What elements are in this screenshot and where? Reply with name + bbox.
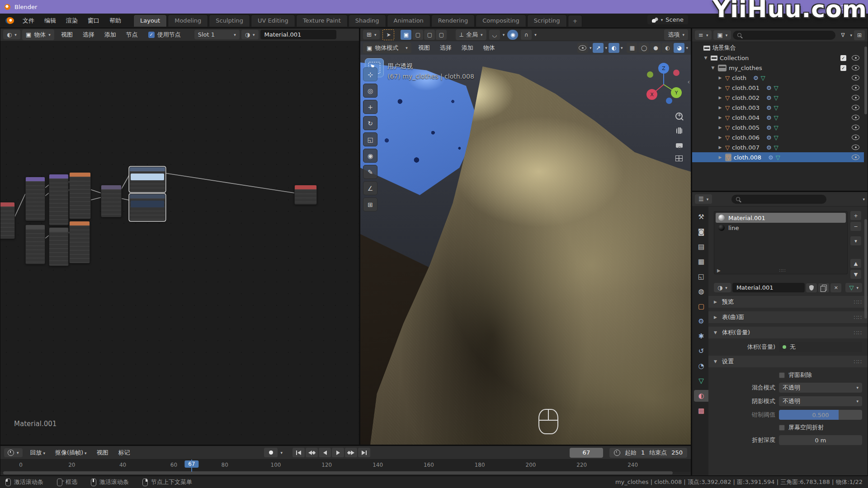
current-frame-field[interactable]: 67: [570, 448, 603, 458]
eye-icon[interactable]: [852, 65, 859, 70]
wireframe-shading-icon[interactable]: ◯: [638, 43, 649, 53]
jump-to-end-button[interactable]: [358, 448, 370, 457]
filter-chevron[interactable]: ▾: [850, 33, 852, 38]
material-name-field[interactable]: Material.001: [732, 283, 805, 292]
region-collapse-chevron[interactable]: ‹: [687, 78, 690, 85]
rendered-shading-icon[interactable]: ◕: [674, 43, 684, 53]
shader-node[interactable]: [69, 172, 91, 219]
outliner-row-cloth.007[interactable]: ▶▽cloth.007⚙▽: [692, 142, 864, 152]
start-value[interactable]: 1: [641, 449, 645, 456]
move-tool[interactable]: +: [363, 100, 377, 114]
auto-keying-record-button[interactable]: [264, 448, 278, 457]
material-slot-material.001[interactable]: Material.001: [716, 213, 846, 223]
workspace-tab-texture-paint[interactable]: Texture Paint: [296, 14, 348, 27]
material-preview-shading-icon[interactable]: ◐: [662, 43, 673, 53]
grid-ortho-icon[interactable]: [675, 155, 683, 161]
eye-icon[interactable]: [852, 115, 859, 120]
select-box-icon[interactable]: ▣: [401, 30, 411, 40]
scene-selector[interactable]: ▾ Scene: [647, 15, 688, 24]
properties-options-chevron[interactable]: ▾: [863, 197, 865, 202]
expander-icon[interactable]: ▶: [717, 155, 723, 160]
tweak-select-tool[interactable]: ⊹: [363, 67, 377, 81]
material-slot-line[interactable]: line: [716, 223, 846, 233]
cursor-tool[interactable]: ◎: [363, 84, 377, 98]
properties-tab-texture[interactable]: ▩: [694, 405, 708, 417]
transform-tool[interactable]: ◉: [363, 149, 377, 163]
camera-view-icon[interactable]: [676, 143, 683, 148]
blender-logo-icon[interactable]: [5, 17, 14, 24]
shader-menu-item[interactable]: 节点: [121, 29, 143, 40]
current-frame-playhead[interactable]: 67: [184, 460, 198, 468]
screen-space-refraction-checkbox[interactable]: [779, 425, 785, 431]
expander-icon[interactable]: ▼: [703, 56, 708, 60]
menu-item[interactable]: 窗口: [83, 15, 104, 26]
editor-type-button[interactable]: ▾: [4, 448, 23, 457]
slot-expand-icon[interactable]: ▶: [717, 268, 721, 273]
menu-item[interactable]: 渲染: [61, 15, 83, 26]
scale-tool[interactable]: ◱: [363, 132, 377, 146]
shader-menu-item[interactable]: 添加: [99, 29, 121, 40]
properties-tab-world[interactable]: ◍: [694, 286, 708, 297]
properties-tab-physics[interactable]: ↺: [694, 345, 708, 357]
solid-shading-icon[interactable]: ●: [650, 43, 661, 53]
eye-icon[interactable]: [852, 95, 859, 100]
eye-icon[interactable]: [852, 155, 859, 160]
annotate-tool[interactable]: ✎: [363, 165, 377, 179]
shader-node[interactable]: [129, 167, 165, 192]
outliner-row-collection[interactable]: ▼Collection✓: [692, 53, 864, 63]
properties-tab-view-layer[interactable]: ▦: [694, 256, 708, 267]
backface-culling-checkbox[interactable]: [779, 372, 785, 378]
shader-node[interactable]: [49, 174, 69, 225]
viewport-canvas[interactable]: [360, 55, 691, 445]
editor-type-button[interactable]: ☰▾: [695, 194, 712, 204]
select-extend-icon[interactable]: ▢: [412, 30, 423, 40]
eye-icon[interactable]: [852, 145, 859, 150]
editor-type-button[interactable]: ◐▾: [3, 30, 20, 39]
outliner-row-scene-collection[interactable]: 场景集合: [692, 43, 864, 53]
panel-settings[interactable]: ▼设置∷∷: [708, 356, 868, 367]
timeline-menu-item[interactable]: 回放 ▾: [25, 447, 50, 458]
workspace-tab-shading[interactable]: Shading: [349, 14, 386, 27]
expander-icon[interactable]: ▶: [717, 85, 723, 90]
outliner-row-my_clothes[interactable]: ▼my_clothes✓: [692, 63, 864, 73]
remove-slot-button[interactable]: −: [850, 222, 861, 231]
shader-node[interactable]: [25, 177, 45, 221]
workspace-tab-sculpting[interactable]: Sculpting: [209, 14, 250, 27]
timeline-menu-item[interactable]: 视图: [91, 447, 113, 458]
expander-icon[interactable]: ▶: [717, 125, 723, 130]
properties-tab-object[interactable]: ▢: [694, 300, 708, 312]
workspace-tab-uv-editing[interactable]: UV Editing: [251, 14, 295, 27]
outliner-scrollbar[interactable]: [864, 47, 867, 114]
viewport-menu-item[interactable]: 物体: [478, 42, 500, 53]
timeline-ruler[interactable]: 02040608010012014016018020022024067: [0, 460, 691, 472]
outliner-row-cloth.003[interactable]: ▶▽cloth.003⚙▽: [692, 103, 864, 113]
proportional-falloff-icon[interactable]: ∩: [521, 30, 532, 40]
workspace-tab-compositing[interactable]: Compositing: [476, 14, 526, 27]
outliner-row-cloth.008[interactable]: ▶▽cloth.008⚙▽: [692, 152, 864, 162]
proportional-edit-icon[interactable]: ◉: [507, 30, 518, 40]
volume-value-field[interactable]: 无: [779, 342, 862, 352]
shading-options-chevron[interactable]: ▾: [686, 46, 688, 50]
transform-orientation-dropdown[interactable]: ⟂全局▾: [456, 29, 486, 40]
expander-icon[interactable]: ▶: [717, 115, 723, 120]
material-browse-button[interactable]: ◑▾: [241, 30, 259, 39]
timeline-menu-item[interactable]: 标记: [113, 447, 135, 458]
play-forward-button[interactable]: [332, 448, 344, 457]
outliner-row-cloth.001[interactable]: ▶▽cloth.001⚙▽: [692, 83, 864, 93]
eye-icon[interactable]: [852, 105, 859, 110]
eye-icon[interactable]: [852, 135, 859, 140]
outliner-row-cloth.005[interactable]: ▶▽cloth.005⚙▽: [692, 122, 864, 132]
properties-tab-modifiers[interactable]: ⚙: [694, 315, 708, 327]
outliner-search-input[interactable]: [733, 31, 835, 40]
snap-magnet-icon[interactable]: ◡: [489, 30, 500, 40]
mode-dropdown[interactable]: ▣物体模式▾: [363, 42, 411, 53]
measure-tool[interactable]: ∠: [363, 181, 377, 195]
expander-icon[interactable]: ▶: [717, 105, 723, 110]
eye-icon[interactable]: [852, 75, 859, 80]
outliner-row-cloth.006[interactable]: ▶▽cloth.006⚙▽: [692, 132, 864, 142]
properties-tab-constraints[interactable]: ◔: [694, 360, 708, 372]
shader-node[interactable]: [25, 225, 45, 264]
menu-item[interactable]: 编辑: [39, 15, 61, 26]
expander-icon[interactable]: ▶: [717, 145, 723, 150]
display-mode-dropdown[interactable]: ▣▾: [713, 30, 731, 40]
